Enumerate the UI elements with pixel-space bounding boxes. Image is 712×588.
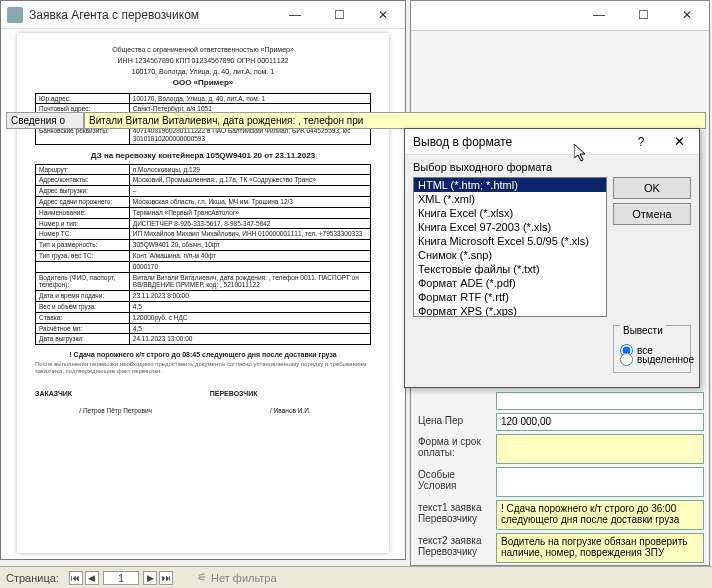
right-maximize-button[interactable]: ☐ <box>621 1 665 29</box>
table-cell: Вес и объём груза: <box>36 302 130 313</box>
format-option[interactable]: Книга Microsoft Excel 5.0/95 (*.xls) <box>414 234 606 248</box>
dialog-label: Выбор выходного формата <box>405 155 699 175</box>
format-option[interactable]: HTML (*.htm; *.html) <box>414 178 606 192</box>
form-row: текст1 заявка Перевозчику! Сдача порожне… <box>418 500 704 530</box>
table-cell: ДИСПЕТЧЕР 8-926-333-5617, 8-985-347-5842 <box>129 218 370 229</box>
ok-button[interactable]: OK <box>613 177 691 199</box>
form-row <box>418 392 704 410</box>
table-cell: Ставка: <box>36 312 130 323</box>
nav-last-button[interactable]: ⏭ <box>159 571 173 585</box>
output-group: Вывести все выделенное <box>613 325 691 373</box>
field-label <box>418 392 496 394</box>
field-value[interactable] <box>496 434 704 464</box>
minimize-button[interactable]: — <box>273 1 317 29</box>
doc-smallprint: После выполнения перевозки необходимо пр… <box>35 361 371 375</box>
filter-status: ⚟ Нет фильтра <box>197 571 277 584</box>
format-listbox[interactable]: HTML (*.htm; *.html)XML (*.xml)Книга Exc… <box>413 177 607 317</box>
page-label: Страница: <box>0 572 65 584</box>
filter-icon: ⚟ <box>197 571 207 584</box>
doc-addr: 100170, Вологда, Улица, д. 40, лит.А, по… <box>35 67 371 76</box>
sig-customer-name: / Петров Пётр Петрович <box>35 407 196 414</box>
svedenia-value[interactable]: Витали Витали Виталиевич, дата рождения:… <box>84 112 706 129</box>
field-value[interactable] <box>496 392 704 410</box>
field-label: текст2 заявка Перевозчику <box>418 533 496 557</box>
sig-carrier: ПЕРЕВОЗЧИК <box>210 390 371 397</box>
field-label: Цена Пер <box>418 413 496 426</box>
table-cell: Терминал «Первый ТрансАвтолог» <box>129 207 370 218</box>
right-minimize-button[interactable]: — <box>577 1 621 29</box>
output-group-title: Вывести <box>620 325 666 336</box>
table-cell: Водитель (ФИО, паспорт, телефон): <box>36 272 130 291</box>
table-cell: 4,5 <box>129 302 370 313</box>
status-bar: Страница: ⏮ ◀ 1 ▶ ⏭ ⚟ Нет фильтра <box>0 566 712 588</box>
right-close-button[interactable]: ✕ <box>665 1 709 29</box>
field-value[interactable]: ! Сдача порожнего к/т строго до 36:00 сл… <box>496 500 704 530</box>
doc-ooo: ООО «Пример» <box>35 78 371 88</box>
table-cell: 120000руб. с НДС <box>129 312 370 323</box>
table-cell: 23.11.2023 8:00:00 <box>129 291 370 302</box>
form-row: Особые Условия <box>418 467 704 497</box>
table-cell: Адрес/контакты: <box>36 175 130 186</box>
format-option[interactable]: Текстовые файлы (*.txt) <box>414 262 606 276</box>
maximize-button[interactable]: ☐ <box>317 1 361 29</box>
svedenia-label: Сведения о <box>6 112 84 129</box>
form-row: Форма и срок оплаты: <box>418 434 704 464</box>
dialog-titlebar: Вывод в формате ? ✕ <box>405 129 699 155</box>
field-value[interactable]: 120 000,00 <box>496 413 704 431</box>
right-titlebar: — ☐ ✕ <box>411 1 709 31</box>
nav-first-button[interactable]: ⏮ <box>69 571 83 585</box>
preview-window: Заявка Агента с перевозчиком — ☐ ✕ Общес… <box>0 0 406 560</box>
format-option[interactable]: Формат RTF (*.rtf) <box>414 290 606 304</box>
table-cell: – <box>129 186 370 197</box>
radio-selected[interactable]: выделенное <box>620 353 684 366</box>
table-cell: Дата выгрузки: <box>36 334 130 345</box>
radio-selected-input[interactable] <box>620 353 633 366</box>
table-cell: Адрес сдачи порожнего: <box>36 197 130 208</box>
cancel-button[interactable]: Отмена <box>613 203 691 225</box>
table-cell: Витали Витали Виталиевич, дата рождения:… <box>129 272 370 291</box>
table-cell: Маршрут: <box>36 164 130 175</box>
table-cell: Адрес выгрузки: <box>36 186 130 197</box>
form-row: текст2 заявка ПеревозчикуВодитель на пог… <box>418 533 704 563</box>
format-option[interactable]: Книга Excel (*.xlsx) <box>414 206 606 220</box>
document-preview: Общество с ограниченной ответственностью… <box>17 33 389 553</box>
dialog-close-button[interactable]: ✕ <box>659 134 699 149</box>
table-cell: Конт. А/машина, п/п-м 40фт <box>129 251 370 262</box>
format-option[interactable]: Снимок (*.snp) <box>414 248 606 262</box>
export-format-dialog: Вывод в формате ? ✕ Выбор выходного форм… <box>404 128 700 388</box>
format-option[interactable]: XML (*.xml) <box>414 192 606 206</box>
table-cell: п.Молосковицы, д.129 <box>129 164 370 175</box>
window-icon <box>7 7 23 23</box>
page-value: 1 <box>103 571 139 585</box>
table-cell <box>36 261 130 272</box>
table-cell: 24.11.2023 13:00:00 <box>129 334 370 345</box>
field-label: текст1 заявка Перевозчику <box>418 500 496 524</box>
field-value[interactable] <box>496 467 704 497</box>
table-cell: 100170, Вологда, Улица, д. 40, лит.А, по… <box>129 93 370 104</box>
nav-prev-button[interactable]: ◀ <box>85 571 99 585</box>
doc-org: Общество с ограниченной ответственностью… <box>35 45 371 54</box>
dialog-title: Вывод в формате <box>405 135 623 149</box>
doc-reg: ИНН 1234567890 КПП 01234567890 ОГРН 0001… <box>35 56 371 65</box>
format-option[interactable]: Формат XPS (*.xps) <box>414 304 606 317</box>
form-row: Цена Пер120 000,00 <box>418 413 704 431</box>
field-value[interactable]: Водитель на погрузке обязан проверить на… <box>496 533 704 563</box>
svedenia-row: Сведения о Витали Витали Виталиевич, дат… <box>6 112 706 129</box>
sig-carrier-name: / Иванов И.И. <box>210 407 371 414</box>
field-label: Форма и срок оплаты: <box>418 434 496 458</box>
table-cell: Московская область, г.п. Икша, МЧ им. Тр… <box>129 197 370 208</box>
table-cell: Тип и размерность: <box>36 240 130 251</box>
close-button[interactable]: ✕ <box>361 1 405 29</box>
field-label: Особые Условия <box>418 467 496 491</box>
table-cell: Наименование: <box>36 207 130 218</box>
table-cell: 305QW9401 20, обычн, 10фт <box>129 240 370 251</box>
format-option[interactable]: Книга Excel 97-2003 (*.xls) <box>414 220 606 234</box>
format-option[interactable]: Формат ADE (*.pdf) <box>414 276 606 290</box>
table-cell: Номер ТС: <box>36 229 130 240</box>
dialog-help-button[interactable]: ? <box>623 135 659 149</box>
table-cell: Номер и тип: <box>36 218 130 229</box>
nav-next-button[interactable]: ▶ <box>143 571 157 585</box>
doc-note: ! Сдача порожнего к/т строго до 08:45 сл… <box>35 351 371 358</box>
table-cell: Расчётное мп: <box>36 323 130 334</box>
table-cell: 4,5 <box>129 323 370 334</box>
